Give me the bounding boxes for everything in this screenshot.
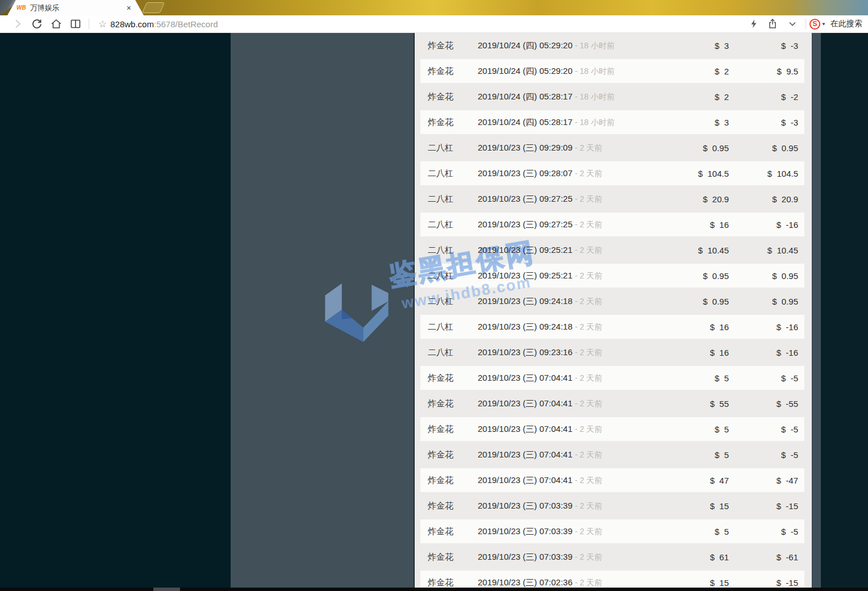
cell-game-name: 炸金花 [428, 552, 478, 563]
sogou-caret-icon[interactable]: ▼ [821, 22, 826, 27]
cell-bet-amount: $ 3 [672, 118, 729, 127]
cell-bet-amount: $ 0.95 [672, 271, 729, 281]
cell-game-name: 二八杠 [428, 322, 478, 332]
cell-relative-time: - 2 天前 [575, 578, 602, 587]
cell-datetime: 2019/10/24 (四) 05:28:17 - 18 小时前 [478, 117, 672, 128]
cell-game-name: 二八杠 [428, 219, 478, 230]
cell-datetime: 2019/10/24 (四) 05:28:17 - 18 小时前 [478, 91, 672, 102]
cell-datetime: 2019/10/24 (四) 05:29:20 - 18 小时前 [478, 66, 672, 77]
horizontal-scrollbar-thumb[interactable] [153, 588, 180, 591]
cell-bet-amount: $ 16 [672, 220, 729, 230]
cell-relative-time: - 18 小时前 [575, 41, 615, 50]
cell-relative-time: - 2 天前 [575, 373, 602, 382]
refresh-icon [31, 18, 43, 30]
cell-win-loss: $ -5 [729, 450, 798, 460]
share-button[interactable] [763, 16, 783, 32]
cell-datetime: 2019/10/23 (三) 07:04:41 - 2 天前 [478, 398, 672, 409]
bet-row: 炸金花2019/10/24 (四) 05:29:20 - 18 小时前$ 2$ … [415, 59, 812, 84]
home-button[interactable] [47, 16, 66, 32]
bet-row: 炸金花2019/10/23 (三) 07:03:39 - 2 天前$ 61$ -… [415, 544, 812, 570]
cell-game-name: 二八杠 [428, 194, 478, 205]
cell-game-name: 炸金花 [428, 373, 478, 384]
left-dark-panel [0, 33, 231, 588]
cell-win-loss: $ -16 [729, 322, 798, 332]
refresh-button[interactable] [27, 16, 47, 32]
bet-row: 二八杠2019/10/23 (三) 09:24:18 - 2 天前$ 0.95$… [415, 289, 812, 314]
cell-win-loss: $ -61 [729, 552, 798, 562]
cell-relative-time: - 2 天前 [575, 476, 602, 485]
cell-win-loss: $ -3 [729, 41, 798, 51]
cell-bet-amount: $ 10.45 [672, 245, 729, 255]
cell-game-name: 炸金花 [428, 40, 478, 51]
cell-datetime: 2019/10/23 (三) 07:04:41 - 2 天前 [478, 475, 672, 486]
search-here-label[interactable]: 在此搜索 [831, 19, 865, 29]
cell-relative-time: - 2 天前 [575, 194, 602, 203]
url-text[interactable]: 828wb.com:5678/BetRecord [110, 19, 218, 29]
cell-win-loss: $ -15 [729, 578, 798, 588]
bet-row: 炸金花2019/10/24 (四) 05:29:20 - 18 小时前$ 3$ … [415, 33, 812, 59]
cell-bet-amount: $ 15 [672, 578, 729, 588]
cell-bet-amount: $ 0.95 [672, 143, 729, 153]
bet-row: 二八杠2019/10/23 (三) 09:27:25 - 2 天前$ 16$ -… [415, 212, 812, 238]
cell-game-name: 炸金花 [428, 475, 478, 486]
cell-bet-amount: $ 104.5 [672, 169, 729, 178]
cell-relative-time: - 2 天前 [575, 143, 602, 152]
cell-datetime: 2019/10/23 (三) 07:02:36 - 2 天前 [478, 577, 672, 588]
cell-win-loss: $ -3 [729, 118, 798, 127]
cell-datetime: 2019/10/23 (三) 07:04:41 - 2 天前 [478, 373, 672, 384]
cell-relative-time: - 2 天前 [575, 450, 602, 459]
flash-permission-button[interactable] [744, 16, 763, 32]
cell-win-loss: $ -16 [729, 348, 798, 357]
cell-game-name: 炸金花 [428, 66, 478, 77]
bet-row: 炸金花2019/10/23 (三) 07:04:41 - 2 天前$ 55$ -… [415, 391, 812, 417]
cell-bet-amount: $ 55 [672, 399, 729, 409]
bet-row: 炸金花2019/10/23 (三) 07:04:41 - 2 天前$ 5$ -5 [415, 442, 812, 468]
cell-game-name: 炸金花 [428, 526, 478, 537]
cell-datetime: 2019/10/23 (三) 09:27:25 - 2 天前 [478, 194, 672, 205]
toolbar-separator [89, 19, 89, 29]
cell-bet-amount: $ 15 [672, 501, 729, 511]
cell-bet-amount: $ 5 [672, 450, 729, 460]
forward-button[interactable] [8, 16, 27, 32]
cell-game-name: 炸金花 [428, 424, 478, 435]
new-tab-button[interactable] [142, 2, 165, 13]
cell-relative-time: - 2 天前 [575, 169, 602, 178]
favorites-star-icon[interactable]: ☆ [98, 18, 107, 30]
cell-relative-time: - 2 天前 [575, 527, 602, 536]
bet-row: 二八杠2019/10/23 (三) 09:27:25 - 2 天前$ 20.9$… [415, 186, 812, 212]
cell-win-loss: $ -15 [729, 501, 798, 511]
cell-game-name: 炸金花 [428, 450, 478, 460]
toolbar-more-button[interactable] [783, 16, 802, 32]
reading-list-button[interactable] [66, 16, 85, 32]
cell-win-loss: $ 0.95 [729, 271, 798, 281]
sogou-search-icon[interactable]: S [809, 19, 820, 30]
cell-relative-time: - 2 天前 [575, 501, 602, 510]
browser-tab[interactable]: WB 万博娱乐 × [5, 0, 146, 15]
right-dark-panel [821, 33, 868, 588]
cell-game-name: 二八杠 [428, 245, 478, 256]
cell-win-loss: $ -5 [729, 424, 798, 434]
cell-datetime: 2019/10/23 (三) 09:25:21 - 2 天前 [478, 270, 672, 281]
cell-relative-time: - 2 天前 [575, 552, 602, 561]
horizontal-scrollbar[interactable] [0, 588, 868, 591]
cell-win-loss: $ -5 [729, 373, 798, 383]
bet-row: 二八杠2019/10/23 (三) 09:25:21 - 2 天前$ 10.45… [415, 238, 812, 263]
cell-game-name: 炸金花 [428, 117, 478, 128]
url-path: :5678/BetRecord [154, 19, 218, 29]
cell-datetime: 2019/10/23 (三) 09:23:16 - 2 天前 [478, 347, 672, 358]
cell-win-loss: $ -5 [729, 527, 798, 536]
cell-game-name: 炸金花 [428, 91, 478, 102]
cell-game-name: 二八杠 [428, 143, 478, 153]
tab-close-icon[interactable]: × [127, 4, 131, 12]
cell-relative-time: - 18 小时前 [575, 118, 615, 127]
cell-game-name: 二八杠 [428, 168, 478, 179]
cell-game-name: 炸金花 [428, 398, 478, 409]
cell-relative-time: - 2 天前 [575, 322, 602, 331]
cell-datetime: 2019/10/23 (三) 09:27:25 - 2 天前 [478, 219, 672, 230]
bet-row: 炸金花2019/10/23 (三) 07:04:41 - 2 天前$ 47$ -… [415, 468, 812, 493]
url-host: 828wb.com [110, 19, 154, 29]
tab-bar: WB 万博娱乐 × [0, 0, 868, 15]
toolbar-separator [806, 19, 806, 29]
cell-bet-amount: $ 5 [672, 424, 729, 434]
cell-game-name: 炸金花 [428, 577, 478, 588]
